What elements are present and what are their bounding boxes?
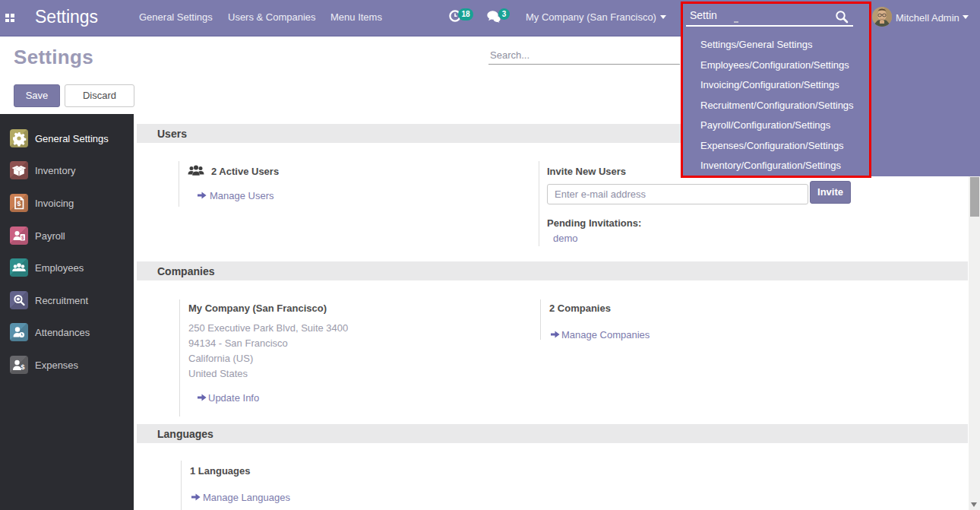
svg-text:$: $ xyxy=(17,200,21,207)
svg-text:$: $ xyxy=(21,235,24,241)
svg-text:$: $ xyxy=(21,363,24,371)
